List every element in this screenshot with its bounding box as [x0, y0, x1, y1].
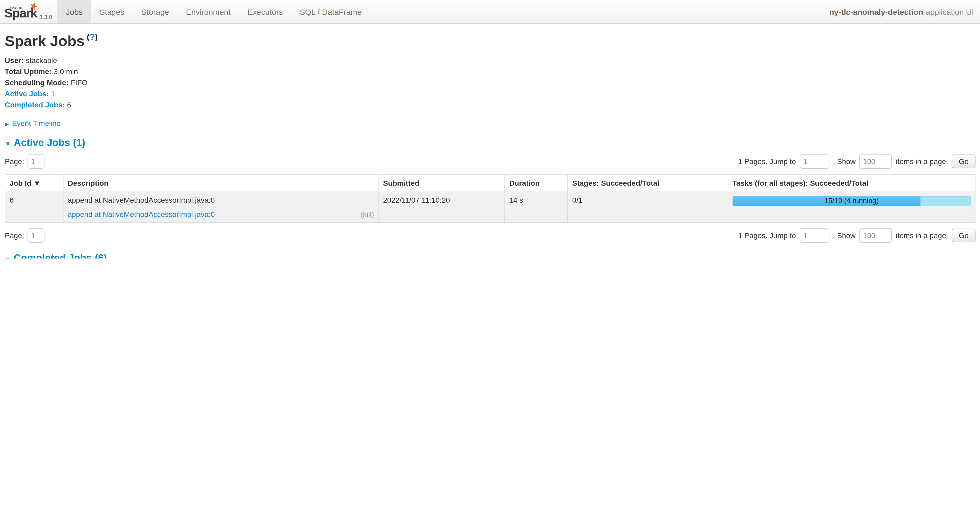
header-tasks[interactable]: Tasks (for all stages): Succeeded/Total: [728, 174, 975, 192]
tab-jobs[interactable]: Jobs: [57, 0, 91, 23]
summary-uptime-value: 3.0 min: [54, 67, 78, 76]
summary-user-value: stackable: [26, 56, 57, 65]
summary-uptime-label: Total Uptime:: [5, 67, 52, 76]
tab-environment[interactable]: Environment: [178, 0, 239, 23]
spark-logo-image: APACHE Spark ★: [4, 2, 37, 22]
jump-to-input[interactable]: [800, 154, 829, 169]
show-text: . Show: [833, 231, 856, 240]
active-job-row: 6 append at NativeMethodAccessorImpl.jav…: [5, 192, 975, 222]
pages-text: 1 Pages. Jump to: [738, 231, 796, 240]
top-navbar: APACHE Spark ★ 3.3.0 Jobs Stages Storage…: [0, 0, 980, 24]
show-text: . Show: [833, 157, 856, 166]
collapse-arrow-icon: ▼: [5, 256, 11, 259]
completed-jobs-link[interactable]: Completed Jobs:: [5, 100, 65, 109]
help-link[interactable]: ?: [90, 32, 95, 41]
table-header-row: Job Id ▼ Description Submitted Duration …: [5, 174, 975, 192]
page-input[interactable]: [27, 154, 44, 169]
application-ui-suffix: application UI: [926, 7, 974, 16]
page-label: Page:: [5, 157, 24, 166]
show-input[interactable]: [859, 154, 892, 169]
completed-jobs-section-header[interactable]: ▼Completed Jobs (6): [5, 253, 975, 259]
expand-arrow-icon: ▶: [5, 121, 9, 127]
help-open-paren: (: [87, 32, 90, 41]
stages-cell: 0/1: [568, 192, 728, 222]
tasks-cell: 15/19 (4 running): [728, 192, 975, 222]
kill-link[interactable]: (kill): [360, 210, 374, 219]
description-cell: append at NativeMethodAccessorImpl.java:…: [63, 192, 379, 222]
job-summary: User:stackable Total Uptime:3.0 min Sche…: [5, 55, 975, 111]
header-description[interactable]: Description: [63, 174, 379, 192]
summary-completed-jobs: Completed Jobs:6: [5, 100, 975, 111]
header-submitted[interactable]: Submitted: [379, 174, 505, 192]
completed-jobs-count: 6: [67, 100, 71, 109]
progress-label: 15/19 (4 running): [732, 196, 971, 206]
active-jobs-link[interactable]: Active Jobs:: [5, 89, 49, 98]
active-jobs-count: 1: [51, 89, 55, 98]
spark-version: 3.3.0: [39, 14, 52, 22]
tab-sql-dataframe[interactable]: SQL / DataFrame: [291, 0, 370, 23]
application-title: ny-tlc-anomaly-detection application UI: [829, 0, 974, 23]
summary-user-label: User:: [5, 56, 24, 65]
task-progress-bar: 15/19 (4 running): [732, 196, 971, 206]
tab-executors[interactable]: Executors: [239, 0, 291, 23]
page-title-text: Spark Jobs: [5, 33, 85, 49]
tab-storage[interactable]: Storage: [133, 0, 178, 23]
summary-scheduling-mode: Scheduling Mode:FIFO: [5, 77, 975, 88]
active-jobs-table: Job Id ▼ Description Submitted Duration …: [5, 174, 975, 223]
go-button[interactable]: Go: [952, 229, 975, 242]
nav-tabs: Jobs Stages Storage Environment Executor…: [57, 0, 370, 23]
submitted-cell: 2022/11/07 11:10:20: [379, 192, 505, 222]
summary-active-jobs: Active Jobs:1: [5, 88, 975, 100]
items-text: items in a page.: [896, 157, 948, 166]
duration-cell: 14 s: [505, 192, 568, 222]
application-name: ny-tlc-anomaly-detection: [829, 7, 923, 16]
page-content: Spark Jobs(?) User:stackable Total Uptim…: [0, 33, 980, 259]
jump-to-input[interactable]: [800, 228, 829, 243]
header-job-id[interactable]: Job Id ▼: [5, 174, 63, 192]
description-title: append at NativeMethodAccessorImpl.java:…: [68, 195, 374, 205]
page-input[interactable]: [27, 228, 44, 243]
completed-jobs-section-title: Completed Jobs (6): [14, 253, 107, 259]
tab-stages[interactable]: Stages: [91, 0, 133, 23]
spark-logo[interactable]: APACHE Spark ★ 3.3.0: [0, 0, 57, 23]
event-timeline-toggle[interactable]: ▶Event Timeline: [5, 119, 975, 127]
pagination-active-top: Page: 1 Pages. Jump to . Show items in a…: [5, 154, 975, 169]
summary-scheduling-value: FIFO: [71, 78, 88, 87]
summary-scheduling-label: Scheduling Mode:: [5, 78, 68, 87]
header-duration[interactable]: Duration: [505, 174, 568, 192]
job-id-cell: 6: [5, 192, 63, 222]
help-close-paren: ): [95, 32, 98, 41]
show-input[interactable]: [859, 228, 892, 243]
event-timeline-label: Event Timeline: [12, 119, 60, 127]
items-text: items in a page.: [896, 231, 948, 240]
summary-uptime: Total Uptime:3.0 min: [5, 66, 975, 77]
job-description-link[interactable]: append at NativeMethodAccessorImpl.java:…: [68, 210, 215, 219]
spark-ui-root: APACHE Spark ★ 3.3.0 Jobs Stages Storage…: [0, 0, 980, 259]
summary-user: User:stackable: [5, 55, 975, 66]
page-title: Spark Jobs(?): [5, 33, 975, 50]
pagination-active-bottom: Page: 1 Pages. Jump to . Show items in a…: [5, 228, 975, 243]
go-button[interactable]: Go: [952, 154, 975, 168]
page-label: Page:: [5, 231, 24, 240]
pages-text: 1 Pages. Jump to: [738, 157, 796, 166]
header-stages[interactable]: Stages: Succeeded/Total: [568, 174, 728, 192]
active-jobs-section-header[interactable]: ▼Active Jobs (1): [5, 137, 975, 149]
collapse-arrow-icon: ▼: [5, 140, 11, 148]
active-jobs-section-title: Active Jobs (1): [14, 137, 85, 148]
